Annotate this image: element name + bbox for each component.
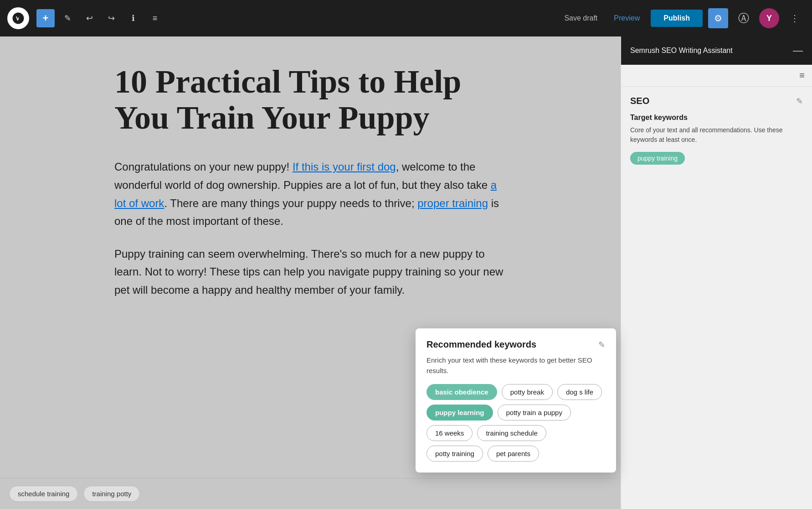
list-icon: ≡ (153, 14, 158, 23)
bottom-keyword-strip: schedule training training potty (0, 478, 621, 509)
redo-button[interactable]: ↪ (102, 9, 120, 27)
redo-icon: ↪ (108, 13, 115, 23)
publish-button[interactable]: Publish (651, 10, 703, 27)
rec-tag-puppy-learning[interactable]: puppy learning (427, 405, 493, 421)
target-keywords-label: Target keywords (630, 114, 803, 122)
link-first-dog[interactable]: If this is your first dog (293, 161, 396, 173)
more-options-button[interactable]: ⋮ (785, 8, 805, 28)
wp-logo[interactable] (7, 7, 29, 29)
sidebar-menu-icon[interactable]: ≡ (799, 70, 805, 81)
strip-tag-schedule-training[interactable]: schedule training (9, 486, 78, 502)
post-title[interactable]: 10 Practical Tips to Help You Train Your… (114, 64, 506, 136)
rec-popup-desc: Enrich your text with these keywords to … (427, 355, 605, 376)
seo-section-title: SEO (630, 96, 649, 106)
paragraph-1: Congratulations on your new puppy! If th… (114, 158, 506, 230)
sidebar-body: SEO ✎ Target keywords Core of your text … (621, 87, 812, 509)
rec-tag-potty-break[interactable]: potty break (502, 384, 553, 400)
settings-icon: ⚙ (714, 13, 722, 24)
seo-edit-icon[interactable]: ✎ (796, 96, 803, 106)
sidebar-title: Semrush SEO Writing Assistant (630, 47, 733, 55)
undo-icon: ↩ (86, 13, 93, 23)
list-view-button[interactable]: ≡ (146, 9, 164, 27)
add-block-button[interactable]: + (36, 9, 55, 27)
pencil-icon: ✎ (64, 13, 71, 23)
recommended-keywords-popup: Recommended keywords ✎ Enrich your text … (416, 328, 616, 473)
toolbar: + ✎ ↩ ↪ ℹ ≡ Save draft Preview Publish ⚙… (0, 0, 812, 36)
preview-button[interactable]: Preview (608, 10, 645, 26)
rec-tag-pet-parents[interactable]: pet parents (488, 446, 539, 462)
info-button[interactable]: ℹ (124, 9, 142, 27)
link-proper-training[interactable]: proper training (417, 197, 488, 209)
rec-tags-container: basic obedience potty break dog s life p… (427, 384, 605, 462)
editor-content: 10 Practical Tips to Help You Train Your… (114, 64, 506, 299)
rec-tag-potty-training[interactable]: potty training (427, 446, 483, 462)
rec-tag-potty-train-a-puppy[interactable]: potty train a puppy (498, 405, 571, 421)
toolbar-right: Save draft Preview Publish ⚙ Ⓐ Y ⋮ (559, 8, 805, 28)
arash-icon-btn[interactable]: Ⓐ (734, 8, 754, 28)
more-icon: ⋮ (790, 13, 799, 24)
rec-popup-edit-icon[interactable]: ✎ (598, 340, 605, 350)
paragraph-2: Puppy training can seem overwhelming. Th… (114, 245, 506, 299)
post-body: Congratulations on your new puppy! If th… (114, 158, 506, 299)
save-draft-button[interactable]: Save draft (559, 10, 603, 26)
sidebar-minimize-button[interactable]: — (793, 46, 803, 56)
yoast-icon[interactable]: Y (759, 8, 779, 28)
rec-popup-title: Recommended keywords (427, 339, 536, 350)
rec-tag-training-schedule[interactable]: training schedule (477, 425, 546, 441)
sidebar-toolbar: ≡ (621, 65, 812, 87)
undo-button[interactable]: ↩ (80, 9, 98, 27)
rec-tag-16-weeks[interactable]: 16 weeks (427, 425, 473, 441)
seo-section-header: SEO ✎ (630, 96, 803, 106)
yoast-logo: Y (766, 14, 772, 23)
arash-icon: Ⓐ (738, 11, 749, 26)
settings-button[interactable]: ⚙ (708, 8, 728, 28)
rec-tag-basic-obedience[interactable]: basic obedience (427, 384, 497, 400)
target-keyword-tag[interactable]: puppy training (630, 152, 685, 165)
strip-tag-training-potty[interactable]: training potty (83, 486, 140, 502)
edit-button[interactable]: ✎ (58, 9, 77, 27)
sidebar: Semrush SEO Writing Assistant — ≡ SEO ✎ … (621, 36, 812, 509)
rec-tag-dog-s-life[interactable]: dog s life (557, 384, 602, 400)
plus-icon: + (43, 12, 49, 24)
rec-popup-header: Recommended keywords ✎ (427, 339, 605, 350)
info-icon: ℹ (132, 13, 135, 23)
sidebar-header: Semrush SEO Writing Assistant — (621, 36, 812, 65)
target-keywords-desc: Core of your text and all recommendation… (630, 125, 803, 145)
main-area: 10 Practical Tips to Help You Train Your… (0, 36, 812, 509)
